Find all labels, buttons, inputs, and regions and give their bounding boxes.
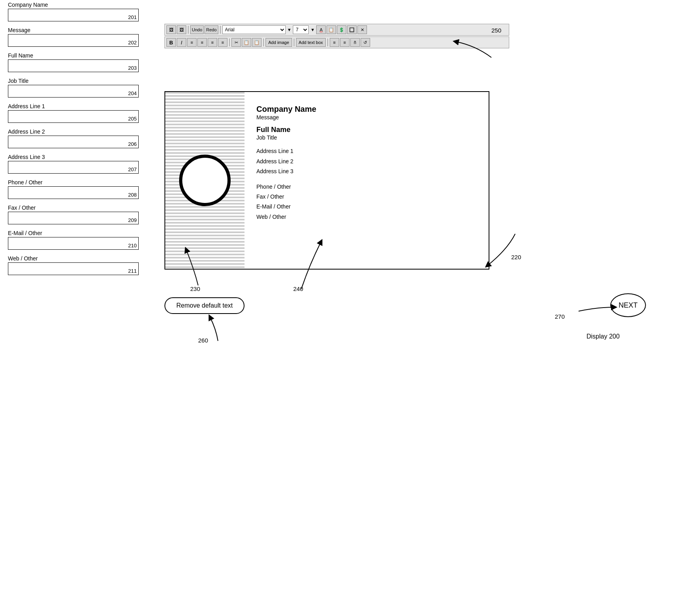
tb-cut-button[interactable]: ✂ [231, 38, 241, 47]
field-input-201[interactable]: 201 [8, 9, 139, 21]
tb-add-image-button[interactable]: Add image [266, 38, 292, 47]
field-group-210: E-Mail / Other210 [8, 230, 139, 250]
field-label-209: Fax / Other [8, 205, 139, 211]
field-input-208[interactable]: 208 [8, 186, 139, 199]
field-label-201: Company Name [8, 2, 139, 8]
tb-styles-button[interactable]: 💲 [337, 25, 346, 34]
field-number-202: 202 [128, 40, 137, 46]
field-label-207: Address Line 3 [8, 154, 139, 160]
field-input-202[interactable]: 202 [8, 34, 139, 47]
field-group-202: Message202 [8, 27, 139, 47]
tb-redo-button[interactable]: Redo [204, 25, 218, 34]
field-group-208: Phone / Other208 [8, 179, 139, 199]
tb-undo-button[interactable]: Undo [190, 25, 204, 34]
tb-size-select[interactable]: 7 [293, 25, 309, 34]
toolbar-area: 🖼 🖼 Undo Redo Arial ▼ 7 ▼ A 📋 💲 🔲 ✕ B I … [164, 24, 509, 49]
tb-separator-3 [229, 38, 230, 46]
left-panel: Company Name201Message202Full Name203Job… [8, 2, 139, 281]
field-input-211[interactable]: 211 [8, 262, 139, 275]
card-phone: Phone / Other [256, 182, 477, 192]
field-input-203[interactable]: 203 [8, 59, 139, 72]
toolbar-row-2: B I ≡ ≡ ≡ ≡ ✂ 📋 📋 Add image Add text box… [164, 36, 509, 48]
label-250: 250 [491, 27, 501, 34]
card-job-title: Job Title [256, 134, 477, 141]
field-number-201: 201 [128, 14, 137, 20]
field-label-206: Address Line 2 [8, 128, 139, 135]
tb-align-right-button[interactable]: ≡ [208, 38, 217, 47]
tb-separator-1 [188, 26, 189, 34]
card-image-area [165, 92, 245, 269]
tb-size-arrow: ▼ [310, 27, 315, 32]
field-label-205: Address Line 1 [8, 103, 139, 109]
field-number-211: 211 [128, 268, 137, 274]
tb-separator-2 [220, 26, 221, 34]
tb-separator-4 [263, 38, 264, 46]
tb-bg-button[interactable]: 📋 [327, 25, 336, 34]
field-input-204[interactable]: 204 [8, 85, 139, 98]
field-group-203: Full Name203 [8, 52, 139, 72]
tb-color-button[interactable]: A [316, 25, 326, 34]
field-number-205: 205 [128, 116, 137, 122]
card-address-3: Address Line 3 [256, 166, 477, 176]
card-address-1: Address Line 1 [256, 146, 477, 156]
card-message: Message [256, 114, 477, 121]
tb-list1-button[interactable]: ≡ [330, 38, 339, 47]
label-260: 260 [198, 337, 208, 344]
field-input-206[interactable]: 206 [8, 136, 139, 148]
field-input-207[interactable]: 207 [8, 161, 139, 174]
field-label-203: Full Name [8, 52, 139, 59]
toolbar-row-1: 🖼 🖼 Undo Redo Arial ▼ 7 ▼ A 📋 💲 🔲 ✕ [164, 24, 509, 36]
card-email: E-Mail / Other [256, 202, 477, 212]
next-button[interactable]: NEXT [610, 293, 646, 317]
field-group-206: Address Line 2206 [8, 128, 139, 148]
field-input-205[interactable]: 205 [8, 110, 139, 123]
card-address-block: Address Line 1 Address Line 2 Address Li… [256, 146, 477, 176]
field-group-207: Address Line 3207 [8, 154, 139, 174]
field-number-206: 206 [128, 141, 137, 147]
tb-refresh-button[interactable]: ↺ [361, 38, 370, 47]
field-number-209: 209 [128, 217, 137, 223]
tb-close-button[interactable]: ✕ [357, 25, 367, 34]
tb-open-icon[interactable]: 🖼 [177, 25, 186, 34]
tb-justify-button[interactable]: ≡ [218, 38, 227, 47]
tb-save-icon[interactable]: 🖼 [166, 25, 176, 34]
card-address-2: Address Line 2 [256, 157, 477, 166]
card-company-name: Company Name [256, 104, 477, 114]
label-220: 220 [511, 254, 521, 260]
tb-align-left-button[interactable]: ≡ [187, 38, 197, 47]
remove-default-text-button[interactable]: Remove default text [164, 297, 245, 314]
card-text-area: Company Name Message Full Name Job Title… [245, 92, 489, 269]
tb-paste-button[interactable]: 📋 [252, 38, 262, 47]
field-group-201: Company Name201 [8, 2, 139, 21]
card-fax: Fax / Other [256, 192, 477, 202]
field-number-208: 208 [128, 192, 137, 198]
field-group-209: Fax / Other209 [8, 205, 139, 224]
tb-border-button[interactable]: 🔲 [347, 25, 357, 34]
label-270: 270 [555, 313, 565, 320]
field-group-204: Job Title204 [8, 78, 139, 98]
card-circle-logo [179, 155, 231, 206]
label-230: 230 [190, 285, 200, 292]
field-label-210: E-Mail / Other [8, 230, 139, 236]
tb-add-textbox-button[interactable]: Add text box [296, 38, 326, 47]
card-full-name: Full Name [256, 125, 477, 134]
field-label-208: Phone / Other [8, 179, 139, 186]
tb-color-a-label: A [320, 27, 323, 32]
tb-align-center-button[interactable]: ≡ [197, 38, 207, 47]
tb-font-select[interactable]: Arial [222, 25, 286, 34]
field-label-202: Message [8, 27, 139, 33]
card-contact-block: Phone / Other Fax / Other E-Mail / Other… [256, 182, 477, 222]
tb-copy-button[interactable]: 📋 [242, 38, 251, 47]
label-240: 240 [293, 285, 303, 292]
tb-italic-button[interactable]: I [177, 38, 186, 47]
tb-dropdown-arrow: ▼ [287, 27, 292, 32]
field-number-210: 210 [128, 243, 137, 249]
tb-bold-button[interactable]: B [166, 38, 176, 47]
tb-special-char-button[interactable]: ñ [350, 38, 360, 47]
field-label-211: Web / Other [8, 255, 139, 262]
tb-list2-button[interactable]: ≡ [340, 38, 350, 47]
field-input-209[interactable]: 209 [8, 212, 139, 224]
card-web: Web / Other [256, 212, 477, 222]
field-group-211: Web / Other211 [8, 255, 139, 275]
field-input-210[interactable]: 210 [8, 237, 139, 250]
